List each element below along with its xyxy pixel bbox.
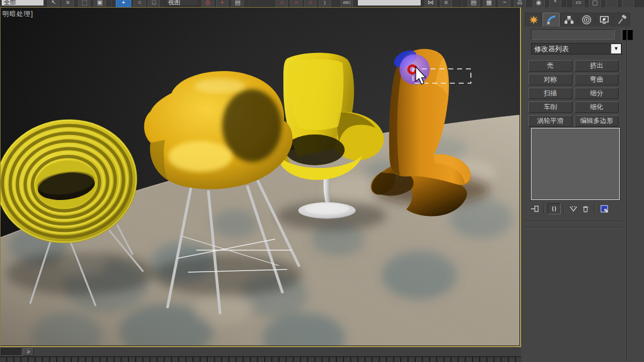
hierarchy-icon <box>564 15 574 25</box>
main-toolbar: 全部 ↖ ≡ ⬚ ▣ + ○ □ 视图 ◎ + ▤ ∩ ∩ ∩ ↕ ABC ⋈ … <box>0 0 644 8</box>
layer-manager-icon[interactable]: ▤ <box>468 0 480 8</box>
modifier-button-bend[interactable]: 弯曲 <box>575 74 619 85</box>
modifier-stack-list[interactable] <box>531 128 620 200</box>
modifier-button-tessellate[interactable]: 细化 <box>575 101 619 113</box>
material-editor-icon[interactable]: ◉ <box>533 0 545 8</box>
viewport-canvas[interactable] <box>1 8 519 345</box>
select-move-icon[interactable]: + <box>116 0 131 8</box>
modifier-button-editpoly[interactable]: 编辑多边形 <box>575 115 619 127</box>
motion-icon <box>582 15 592 25</box>
named-selection-icon[interactable]: ABC <box>341 0 353 8</box>
window-crossing-icon[interactable]: ▣ <box>94 0 106 8</box>
percent-snap-icon[interactable]: ∩ <box>304 0 316 8</box>
status-strip: > <box>0 347 521 357</box>
viewport-shading-label[interactable]: 明暗处理] <box>2 9 33 19</box>
show-end-result-icon[interactable] <box>548 203 561 214</box>
toolbar-separator <box>110 0 111 7</box>
select-object-icon[interactable]: ↖ <box>47 0 60 8</box>
3dsmax-window: 全部 ↖ ≡ ⬚ ▣ + ○ □ 视图 ◎ + ▤ ∩ ∩ ∩ ↕ ABC ⋈ … <box>0 0 644 362</box>
render-icon[interactable]: ▢ <box>589 0 601 8</box>
spinner-snap-icon[interactable]: ↕ <box>319 0 331 8</box>
mirror-icon[interactable]: ⋈ <box>425 0 437 8</box>
modifier-stack-toolbar <box>529 203 624 214</box>
chevron-down-icon[interactable]: ▼ <box>611 44 621 53</box>
modifier-list-label: 修改器列表 <box>534 45 569 54</box>
modifier-button-shell[interactable]: 壳 <box>528 60 572 72</box>
utilities-icon <box>617 15 627 25</box>
render-production-icon[interactable] <box>605 0 618 8</box>
make-unique-icon[interactable] <box>567 204 579 214</box>
stack-toolbar-separator <box>594 204 595 213</box>
selection-filter-dropdown[interactable]: 全部 <box>1 0 44 6</box>
tab-motion[interactable] <box>578 13 595 26</box>
stack-toolbar-separator <box>544 204 545 213</box>
snap-toggle-icon[interactable]: ∩ <box>276 0 288 8</box>
display-icon <box>599 15 609 25</box>
create-icon <box>529 15 539 25</box>
tab-utilities[interactable] <box>613 13 630 26</box>
command-panel-tabs <box>525 13 630 26</box>
keyboard-override-icon[interactable]: ▤ <box>232 0 244 8</box>
tab-modify[interactable] <box>543 13 560 26</box>
angle-snap-icon[interactable]: ∩ <box>290 0 302 8</box>
remove-modifier-icon[interactable] <box>579 204 592 214</box>
toolbar-separator <box>248 0 249 7</box>
render-setup-icon[interactable]: * <box>549 0 561 8</box>
modifier-button-symmetry[interactable]: 对称 <box>528 74 572 85</box>
modify-icon <box>546 15 556 25</box>
command-panel: 修改器列表 ▼ 壳 挤出 对称 弯曲 扫描 细分 车削 细化 涡轮平滑 编辑多边… <box>521 7 644 362</box>
object-color-swatch[interactable] <box>622 29 633 40</box>
rollout-separator <box>524 227 623 228</box>
modifier-button-subdivide[interactable]: 细分 <box>575 88 619 99</box>
select-scale-icon[interactable]: □ <box>148 0 160 8</box>
maxscript-prompt-button[interactable]: > <box>23 348 34 356</box>
schematic-view-icon[interactable]: 品 <box>514 0 526 8</box>
panel-divider <box>626 26 627 362</box>
toolbar-separator <box>566 0 567 7</box>
use-pivot-center-icon[interactable]: ◎ <box>202 0 214 8</box>
modifier-button-turbosmooth[interactable]: 涡轮平滑 <box>528 115 572 127</box>
modifier-buttons: 壳 挤出 对称 弯曲 扫描 细分 车削 细化 涡轮平滑 编辑多边形 <box>528 60 619 127</box>
stack-toolbar-separator <box>564 204 565 213</box>
align-icon[interactable]: ≡ <box>440 0 452 8</box>
rollout-separator <box>524 221 623 222</box>
track-bar[interactable] <box>0 356 521 362</box>
perspective-viewport[interactable]: 明暗处理] <box>0 7 521 347</box>
tab-hierarchy[interactable] <box>560 13 577 26</box>
modifier-button-extrude[interactable]: 挤出 <box>575 60 619 72</box>
select-rotate-icon[interactable]: ○ <box>133 0 146 8</box>
reference-coordinate-dropdown[interactable]: 视图 <box>165 0 198 6</box>
modifier-button-lathe[interactable]: 车削 <box>528 101 572 113</box>
rectangular-region-icon[interactable]: ⬚ <box>78 0 90 8</box>
select-by-name-icon[interactable]: ≡ <box>62 0 74 8</box>
select-manipulate-icon[interactable]: + <box>216 0 228 8</box>
tab-create[interactable] <box>525 13 542 26</box>
rendered-frame-icon[interactable]: ▭ <box>572 0 584 8</box>
modifier-list-dropdown[interactable]: 修改器列表 ▼ <box>531 43 622 55</box>
maxscript-mini-listener[interactable] <box>1 348 22 356</box>
named-sets-dropdown[interactable] <box>357 0 421 6</box>
pin-stack-icon[interactable] <box>529 204 541 214</box>
toolbar-separator <box>461 0 462 7</box>
render-iterative-icon[interactable] <box>622 0 634 8</box>
configure-modifier-sets-icon[interactable] <box>598 204 610 214</box>
tab-display[interactable] <box>595 13 613 26</box>
object-name-field[interactable] <box>531 29 615 40</box>
modifier-button-sweep[interactable]: 扫描 <box>528 88 572 99</box>
ribbon-icon[interactable]: ▦ <box>483 0 495 8</box>
curve-editor-icon[interactable]: ~ <box>498 0 511 8</box>
